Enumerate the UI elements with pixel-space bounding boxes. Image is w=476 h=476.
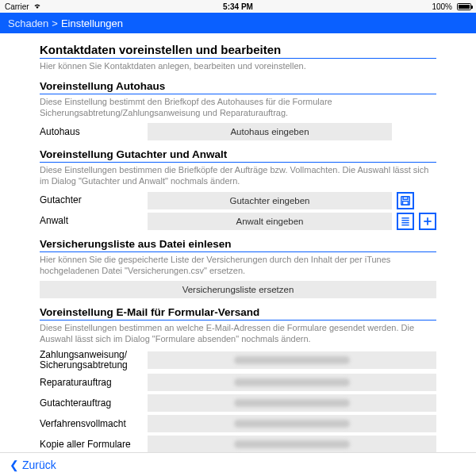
row-vers-replace: Versicherungsliste ersetzen bbox=[40, 281, 436, 298]
chevron-left-icon: ❮ bbox=[10, 459, 19, 471]
label-anwalt: Anwalt bbox=[40, 216, 143, 226]
label-email-3: Verfahrensvollmacht bbox=[40, 419, 143, 429]
add-icon bbox=[422, 216, 433, 227]
section-email-desc: Diese Einstellungen bestimmen an welche … bbox=[40, 323, 436, 345]
page-title: Kontaktdaten voreinstellen und bearbeite… bbox=[40, 43, 436, 59]
label-autohaus: Autohaus bbox=[40, 127, 143, 137]
battery-percent: 100% bbox=[432, 2, 452, 11]
section-vers-title: Versicherungsliste aus Datei einlesen bbox=[40, 238, 436, 252]
row-gutachter: Gutachter Gutachter eingeben bbox=[40, 192, 436, 209]
field-email-2[interactable] bbox=[148, 394, 436, 412]
field-email-0[interactable] bbox=[148, 351, 436, 369]
field-email-1[interactable] bbox=[148, 374, 436, 391]
field-anwalt[interactable]: Anwalt eingeben bbox=[148, 213, 392, 230]
save-button[interactable] bbox=[397, 192, 414, 209]
section-email-title: Voreinstellung E-Mail für Formular-Versa… bbox=[40, 306, 436, 321]
row-email-gutachterauftrag: Gutachterauftrag bbox=[40, 394, 436, 412]
save-icon bbox=[400, 195, 411, 206]
label-email-0: Zahlungsanweisung/ Sicherungsabtretung bbox=[40, 350, 143, 370]
section-autohaus-title: Voreinstellung Autohaus bbox=[40, 80, 436, 94]
field-gutachter[interactable]: Gutachter eingeben bbox=[148, 192, 392, 209]
section-vers-desc: Hier können Sie die gespeicherte Liste d… bbox=[40, 255, 436, 277]
breadcrumb-sep: > bbox=[52, 17, 58, 29]
label-email-4: Kopie aller Formulare bbox=[40, 440, 143, 450]
label-gutachter: Gutachter bbox=[40, 195, 143, 205]
section-gutachter-desc: Diese Einstellungen bestimmen die Briefk… bbox=[40, 165, 436, 187]
back-button[interactable]: Zurück bbox=[22, 459, 56, 471]
list-button[interactable] bbox=[397, 213, 414, 230]
battery-icon bbox=[455, 3, 471, 10]
button-vers-replace[interactable]: Versicherungsliste ersetzen bbox=[40, 281, 436, 298]
carrier-label: Carrier bbox=[5, 2, 29, 11]
svg-rect-2 bbox=[403, 201, 409, 205]
svg-rect-1 bbox=[403, 197, 408, 200]
section-gutachter-title: Voreinstellung Gutachter und Anwalt bbox=[40, 148, 436, 163]
row-email-kopie: Kopie aller Formulare bbox=[40, 436, 436, 452]
list-icon bbox=[400, 216, 411, 227]
bottom-toolbar: ❮ Zurück bbox=[0, 452, 476, 476]
add-button[interactable] bbox=[419, 213, 436, 230]
nav-bar: Schaden > Einstellungen bbox=[0, 13, 476, 33]
status-bar: Carrier 5:34 PM 100% bbox=[0, 0, 476, 13]
breadcrumb-current: Einstellungen bbox=[61, 17, 123, 29]
row-email-reparaturauftrag: Reparaturauftrag bbox=[40, 374, 436, 391]
label-email-2: Gutachterauftrag bbox=[40, 398, 143, 409]
clock: 5:34 PM bbox=[223, 2, 253, 11]
page-desc: Hier können Sie Kontaktdaten anlegen, be… bbox=[40, 61, 436, 72]
label-email-1: Reparaturauftrag bbox=[40, 378, 143, 388]
field-autohaus[interactable]: Autohaus eingeben bbox=[148, 123, 392, 140]
field-email-3[interactable] bbox=[148, 415, 436, 432]
field-email-4[interactable] bbox=[148, 436, 436, 452]
wifi-icon bbox=[33, 2, 42, 11]
section-autohaus-desc: Diese Einstellung bestimmt den Briefkopf… bbox=[40, 97, 436, 119]
content-scroll[interactable]: Kontaktdaten voreinstellen und bearbeite… bbox=[0, 33, 476, 452]
row-email-verfahrensvollmacht: Verfahrensvollmacht bbox=[40, 415, 436, 432]
app-frame: Carrier 5:34 PM 100% Schaden > Einstellu… bbox=[0, 0, 476, 476]
row-email-zahlungsanweisung: Zahlungsanweisung/ Sicherungsabtretung bbox=[40, 350, 436, 370]
breadcrumb-root[interactable]: Schaden bbox=[8, 17, 48, 29]
row-anwalt: Anwalt Anwalt eingeben bbox=[40, 213, 436, 230]
row-autohaus: Autohaus Autohaus eingeben bbox=[40, 123, 436, 140]
